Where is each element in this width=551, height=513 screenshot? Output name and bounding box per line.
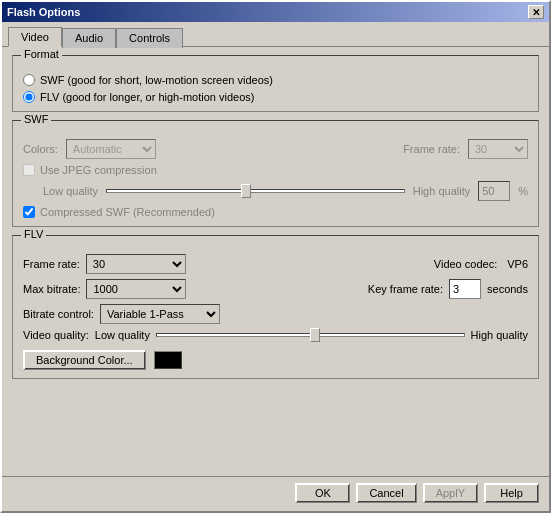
flv-row2: Max bitrate: 1000 Key frame rate: second… [23, 279, 528, 299]
flv-frame-rate-select[interactable]: 30 [86, 254, 186, 274]
background-color-row: Background Color... [23, 350, 528, 370]
window-title: Flash Options [7, 6, 80, 18]
swf-top-row: Colors: Automatic Frame rate: 30 [23, 139, 528, 159]
flv-quality-slider-thumb[interactable] [310, 328, 320, 342]
use-jpeg-row: Use JPEG compression [23, 164, 528, 176]
swf-content: Colors: Automatic Frame rate: 30 Use JPE… [23, 139, 528, 218]
flv-radio[interactable] [23, 91, 35, 103]
compressed-swf-label: Compressed SWF (Recommended) [40, 206, 215, 218]
use-jpeg-label: Use JPEG compression [40, 164, 157, 176]
content-area: Format SWF (good for short, low-motion s… [2, 47, 549, 476]
flash-options-window: Flash Options ✕ Video Audio Controls For… [0, 0, 551, 513]
format-options: SWF (good for short, low-motion screen v… [23, 74, 528, 103]
quality-slider-thumb[interactable] [241, 184, 251, 198]
quality-value-input[interactable] [478, 181, 510, 201]
background-color-preview [154, 351, 182, 369]
tab-controls[interactable]: Controls [116, 28, 183, 48]
video-quality-label: Video quality: [23, 329, 89, 341]
video-codec-label: Video codec: [434, 258, 497, 270]
quality-slider-track[interactable] [106, 189, 405, 193]
format-flv-option[interactable]: FLV (good for longer, or high-motion vid… [23, 91, 528, 103]
tab-audio[interactable]: Audio [62, 28, 116, 48]
swf-group-label: SWF [21, 113, 51, 125]
tab-video[interactable]: Video [8, 27, 62, 47]
close-button[interactable]: ✕ [528, 5, 544, 19]
flv-group: FLV Frame rate: 30 Video codec: VP6 Max … [12, 235, 539, 379]
tabs-bar: Video Audio Controls [2, 22, 549, 47]
swf-radio[interactable] [23, 74, 35, 86]
swf-label: SWF (good for short, low-motion screen v… [40, 74, 273, 86]
title-bar: Flash Options ✕ [2, 2, 549, 22]
cancel-button[interactable]: Cancel [356, 483, 416, 503]
quality-row: Low quality High quality % [23, 181, 528, 201]
format-swf-option[interactable]: SWF (good for short, low-motion screen v… [23, 74, 528, 86]
quality-unit: % [518, 185, 528, 197]
flv-frame-rate-label: Frame rate: [23, 258, 80, 270]
flv-label: FLV (good for longer, or high-motion vid… [40, 91, 254, 103]
low-quality-label: Low quality [43, 185, 98, 197]
compressed-swf-checkbox[interactable] [23, 206, 35, 218]
video-codec-value: VP6 [507, 258, 528, 270]
frame-rate-select-swf[interactable]: 30 [468, 139, 528, 159]
apply-button[interactable]: ApplY [423, 483, 478, 503]
flv-group-label: FLV [21, 228, 46, 240]
flv-row3: Bitrate control: Variable 1-Pass [23, 304, 528, 324]
max-bitrate-label: Max bitrate: [23, 283, 80, 295]
compressed-swf-row: Compressed SWF (Recommended) [23, 206, 528, 218]
use-jpeg-checkbox[interactable] [23, 164, 35, 176]
key-frame-rate-unit: seconds [487, 283, 528, 295]
swf-group: SWF Colors: Automatic Frame rate: 30 [12, 120, 539, 227]
high-quality-label: High quality [413, 185, 470, 197]
ok-button[interactable]: OK [295, 483, 350, 503]
colors-select[interactable]: Automatic [66, 139, 156, 159]
flv-high-quality: High quality [471, 329, 528, 341]
flv-quality-row: Video quality: Low quality High quality [23, 329, 528, 341]
footer: OK Cancel ApplY Help [2, 476, 549, 511]
background-color-button[interactable]: Background Color... [23, 350, 146, 370]
flv-row1: Frame rate: 30 Video codec: VP6 [23, 254, 528, 274]
bitrate-control-select[interactable]: Variable 1-Pass [100, 304, 220, 324]
flv-quality-slider-track[interactable] [156, 333, 465, 337]
key-frame-rate-input[interactable] [449, 279, 481, 299]
flv-low-quality: Low quality [95, 329, 150, 341]
flv-content: Frame rate: 30 Video codec: VP6 Max bitr… [23, 254, 528, 370]
help-button[interactable]: Help [484, 483, 539, 503]
frame-rate-label: Frame rate: [403, 143, 460, 155]
format-group: Format SWF (good for short, low-motion s… [12, 55, 539, 112]
bitrate-control-label: Bitrate control: [23, 308, 94, 320]
key-frame-rate-label: Key frame rate: [368, 283, 443, 295]
max-bitrate-select[interactable]: 1000 [86, 279, 186, 299]
colors-label: Colors: [23, 143, 58, 155]
format-group-label: Format [21, 48, 62, 60]
